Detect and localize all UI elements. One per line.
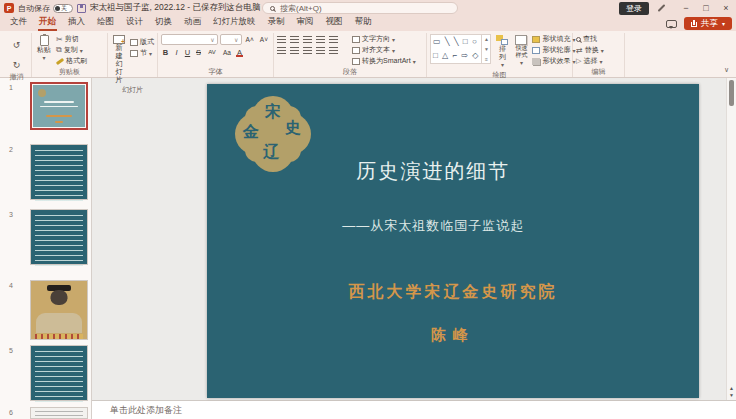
tab-file[interactable]: 文件 xyxy=(4,14,33,31)
powerpoint-logo-icon: P xyxy=(4,3,14,13)
tab-insert[interactable]: 插入 xyxy=(62,14,91,31)
comments-icon[interactable] xyxy=(666,20,677,28)
bold-button[interactable]: B xyxy=(161,47,170,58)
collapse-ribbon-icon[interactable]: ∨ xyxy=(724,66,729,74)
shape-effects-icon xyxy=(532,58,540,65)
tab-review[interactable]: 审阅 xyxy=(291,14,320,31)
notes-pane[interactable]: 单击此处添加备注 xyxy=(92,400,736,419)
section-button[interactable]: 节 xyxy=(130,48,154,58)
thumbnail-slide-6[interactable] xyxy=(30,407,88,419)
shapes-row2: □ △ ⌐ ⇨ ◇ xyxy=(433,51,479,60)
layout-button[interactable]: 版式 xyxy=(130,37,154,47)
numbering-icon[interactable] xyxy=(290,36,299,43)
slide-author[interactable]: 陈峰 xyxy=(207,326,699,345)
shape-fill-button[interactable]: 形状填充 xyxy=(532,34,575,44)
shrink-font-button[interactable]: A˅ xyxy=(258,34,270,45)
slide-organization[interactable]: 西北大学宋辽金史研究院 xyxy=(207,282,699,303)
thumbnail-slide-4[interactable] xyxy=(30,280,88,340)
quick-styles-button[interactable]: 快速样式 xyxy=(513,34,529,68)
italic-button[interactable]: I xyxy=(172,47,181,58)
character-spacing-button[interactable]: AV xyxy=(205,47,219,58)
font-name-select[interactable]: ∨ xyxy=(161,34,218,45)
replace-button[interactable]: 替换 xyxy=(576,45,621,55)
paste-button[interactable]: 粘贴 xyxy=(35,34,53,63)
slide-thumbnail-panel: 1 2 3 4 5 6 xyxy=(0,78,92,419)
share-caret-icon: ▾ xyxy=(722,21,725,27)
format-painter-button[interactable]: 格式刷 xyxy=(56,56,87,66)
font-size-select[interactable]: ∨ xyxy=(220,34,242,45)
increase-indent-icon[interactable] xyxy=(316,36,325,43)
arrange-button[interactable]: 排列 xyxy=(494,34,510,70)
align-center-icon[interactable] xyxy=(290,47,299,54)
maximize-button[interactable]: □ xyxy=(696,0,716,16)
previous-slide-button[interactable]: ▲ xyxy=(729,386,734,391)
smartart-button[interactable]: 转换为SmartArt xyxy=(352,56,416,66)
share-button[interactable]: 共享 ▾ xyxy=(684,17,732,30)
change-case-button[interactable]: Aa xyxy=(221,47,233,58)
select-button[interactable]: 选择 xyxy=(576,56,621,66)
search-input[interactable]: 搜索(Alt+Q) xyxy=(262,2,458,14)
thumbnail-slide-5[interactable] xyxy=(30,345,88,401)
underline-button[interactable]: U xyxy=(183,47,192,58)
signin-button[interactable]: 登录 xyxy=(619,2,649,15)
vertical-scrollbar[interactable]: ▲ ▼ xyxy=(726,78,736,400)
shape-effects-button[interactable]: 形状效果 xyxy=(532,56,575,66)
strikethrough-button[interactable]: S xyxy=(194,47,203,58)
tab-slideshow[interactable]: 幻灯片放映 xyxy=(207,14,262,31)
tab-help[interactable]: 帮助 xyxy=(349,14,378,31)
new-slide-button[interactable]: 新建 幻灯片 xyxy=(111,34,127,85)
copy-button[interactable]: 复制 xyxy=(56,45,87,55)
tab-draw[interactable]: 绘图 xyxy=(91,14,120,31)
redo-icon[interactable] xyxy=(13,54,21,72)
decrease-indent-icon[interactable] xyxy=(303,36,312,43)
slide-number: 3 xyxy=(9,211,13,218)
minimize-button[interactable]: − xyxy=(676,0,696,16)
thumbnail-slide-2[interactable] xyxy=(30,144,88,200)
close-button[interactable]: × xyxy=(716,0,736,16)
columns-icon[interactable] xyxy=(329,47,338,54)
mini-emblem-icon xyxy=(38,89,46,97)
thumbnail-slide-1[interactable] xyxy=(30,82,88,130)
bullets-icon[interactable] xyxy=(277,36,286,43)
tab-view[interactable]: 视图 xyxy=(320,14,349,31)
save-icon[interactable] xyxy=(77,4,86,13)
align-text-button[interactable]: 对齐文本 xyxy=(352,45,416,55)
line-spacing-icon[interactable] xyxy=(329,36,338,43)
slide-title[interactable]: 历史演进的细节 xyxy=(207,158,660,185)
scrollbar-thumb[interactable] xyxy=(729,80,734,106)
tab-transitions[interactable]: 切换 xyxy=(149,14,178,31)
tab-animations[interactable]: 动画 xyxy=(178,14,207,31)
text-direction-button[interactable]: 文字方向 xyxy=(352,34,416,44)
document-title[interactable]: 宋太祖与国子监, 2022.12 - 已保存到这台电脑 xyxy=(90,2,261,14)
slide-canvas: 宋 辽 金 史 历史演进的细节 ——从宋太祖数临国子监说起 西北大学宋辽金史研究… xyxy=(92,78,736,400)
shapes-gallery-scroll[interactable]: ▲▼≡ xyxy=(481,35,490,63)
font-color-button[interactable]: A xyxy=(235,47,244,58)
align-right-icon[interactable] xyxy=(303,47,312,54)
group-label-clipboard: 剪贴板 xyxy=(35,67,104,77)
justify-icon[interactable] xyxy=(316,47,325,54)
ribbon-group-slides: 新建 幻灯片 版式 节 幻灯片 xyxy=(108,33,158,77)
find-button[interactable]: 查找 xyxy=(576,34,621,44)
tab-record[interactable]: 录制 xyxy=(262,14,291,31)
emblem-char: 史 xyxy=(285,120,301,136)
shape-outline-button[interactable]: 形状轮廓 xyxy=(532,45,575,55)
next-slide-button[interactable]: ▼ xyxy=(729,393,734,398)
pen-icon[interactable] xyxy=(658,4,666,12)
group-label-font: 字体 xyxy=(161,67,270,77)
autosave-switch-icon[interactable]: 关 xyxy=(53,4,73,13)
format-painter-icon xyxy=(56,57,64,64)
cut-button[interactable]: 剪切 xyxy=(56,34,87,44)
group-label-slides: 幻灯片 xyxy=(111,85,154,95)
undo-icon[interactable] xyxy=(13,34,21,52)
align-left-icon[interactable] xyxy=(277,47,286,54)
slide-subtitle[interactable]: ——从宋太祖数临国子监说起 xyxy=(207,217,660,235)
slide-title-block[interactable]: 历史演进的细节 ——从宋太祖数临国子监说起 xyxy=(207,158,660,235)
grow-font-button[interactable]: A˄ xyxy=(244,34,256,45)
shapes-gallery[interactable]: ▭ ╲ ╲ □ ○ □ △ ⌐ ⇨ ◇ ▲▼≡ xyxy=(430,34,491,64)
tab-design[interactable]: 设计 xyxy=(120,14,149,31)
autosave-toggle[interactable]: 自动保存 关 xyxy=(18,3,73,14)
text-direction-icon xyxy=(352,36,360,43)
slide-editor[interactable]: 宋 辽 金 史 历史演进的细节 ——从宋太祖数临国子监说起 西北大学宋辽金史研究… xyxy=(207,84,699,398)
thumbnail-slide-3[interactable] xyxy=(30,209,88,265)
tab-home[interactable]: 开始 xyxy=(33,14,62,31)
